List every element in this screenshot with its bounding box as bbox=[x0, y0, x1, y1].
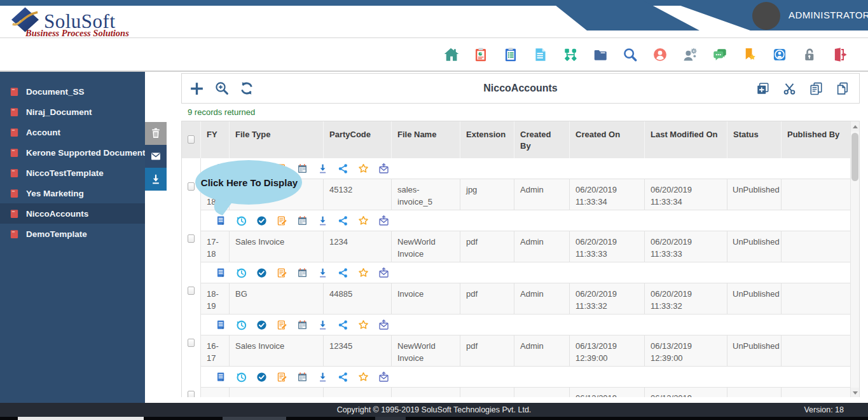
calendar-icon[interactable] bbox=[296, 371, 308, 383]
approve-icon[interactable] bbox=[256, 163, 268, 175]
cell-extension: pdf bbox=[460, 231, 514, 262]
tasks-clipboard-icon[interactable] bbox=[472, 46, 489, 63]
favorite-icon[interactable] bbox=[357, 163, 369, 175]
cell-partycode bbox=[324, 387, 392, 397]
edit-icon[interactable] bbox=[276, 319, 288, 331]
column-divider bbox=[200, 367, 201, 387]
cut-icon[interactable] bbox=[782, 81, 797, 96]
share-icon[interactable] bbox=[337, 163, 349, 175]
sidebar-item-niccoaccounts[interactable]: NiccoAccounts bbox=[0, 203, 145, 224]
mail-button[interactable] bbox=[145, 145, 167, 168]
publish-icon[interactable] bbox=[378, 215, 390, 227]
sidebar-item-demotemplate[interactable]: DemoTemplate bbox=[0, 224, 145, 244]
publish-icon[interactable] bbox=[378, 267, 390, 279]
history-icon[interactable] bbox=[235, 215, 247, 227]
row-actions bbox=[182, 315, 859, 335]
scroll-down-button[interactable] bbox=[851, 388, 859, 397]
row-checkbox[interactable] bbox=[188, 339, 195, 347]
document-icon[interactable] bbox=[215, 215, 227, 227]
history-icon[interactable] bbox=[235, 163, 247, 175]
user-management-icon[interactable] bbox=[682, 46, 698, 63]
publish-icon[interactable] bbox=[378, 319, 390, 331]
search-icon[interactable] bbox=[622, 46, 638, 63]
download-icon[interactable] bbox=[317, 267, 329, 279]
favorite-icon[interactable] bbox=[357, 371, 369, 383]
workflow-icon[interactable] bbox=[562, 46, 579, 63]
share-icon[interactable] bbox=[337, 371, 349, 383]
download-icon[interactable] bbox=[317, 215, 329, 227]
approve-icon[interactable] bbox=[256, 267, 268, 279]
bookmark-icon[interactable] bbox=[741, 46, 758, 63]
edit-icon[interactable] bbox=[276, 267, 288, 279]
sidebar-item-yes-marketing[interactable]: Yes Marketing bbox=[0, 183, 145, 203]
sidebar-item-account[interactable]: Account bbox=[0, 122, 145, 142]
edit-icon[interactable] bbox=[276, 371, 288, 383]
cell-status: UnPublished bbox=[727, 283, 782, 315]
row-checkbox[interactable] bbox=[188, 234, 195, 243]
copy-icon[interactable] bbox=[809, 81, 823, 96]
share-icon[interactable] bbox=[337, 267, 349, 279]
share-icon[interactable] bbox=[337, 319, 349, 331]
sidebar-item-niraj-document[interactable]: Niraj_Document bbox=[0, 102, 145, 122]
approve-icon[interactable] bbox=[256, 371, 268, 383]
scroll-up-button[interactable] bbox=[851, 121, 859, 132]
download-icon[interactable] bbox=[317, 163, 329, 175]
cell-file-name: NewWorld Invoice bbox=[392, 335, 460, 367]
add-copy-icon[interactable] bbox=[755, 81, 770, 96]
download-icon[interactable] bbox=[317, 371, 329, 383]
history-icon[interactable] bbox=[235, 267, 247, 279]
publish-icon[interactable] bbox=[378, 371, 390, 383]
lock-icon[interactable] bbox=[801, 46, 818, 63]
cell-fy: 17-18 bbox=[201, 179, 230, 210]
documents-icon[interactable] bbox=[532, 46, 549, 63]
select-all-checkbox[interactable] bbox=[188, 135, 195, 144]
edit-icon[interactable] bbox=[276, 163, 288, 175]
folder-icon[interactable] bbox=[592, 46, 609, 63]
home-icon[interactable] bbox=[443, 46, 459, 63]
cell-published-by bbox=[782, 179, 851, 210]
sidebar-item-document-ss[interactable]: Document_SS bbox=[0, 81, 145, 102]
scrollbar-thumb[interactable] bbox=[851, 133, 858, 181]
download-button[interactable] bbox=[145, 168, 167, 191]
favorite-icon[interactable] bbox=[357, 215, 369, 227]
vertical-scrollbar[interactable] bbox=[850, 121, 859, 397]
favorite-icon[interactable] bbox=[357, 267, 369, 279]
row-checkbox[interactable] bbox=[188, 391, 195, 397]
chat-icon[interactable] bbox=[712, 46, 728, 63]
calendar-icon[interactable] bbox=[296, 267, 308, 279]
delete-button[interactable] bbox=[145, 122, 167, 145]
calendar-icon[interactable] bbox=[296, 215, 308, 227]
sidebar-item-kerone-supported-document[interactable]: Kerone Supported Document bbox=[0, 142, 145, 163]
publish-icon[interactable] bbox=[378, 163, 390, 175]
share-icon[interactable] bbox=[337, 215, 349, 227]
row-checkbox[interactable] bbox=[188, 182, 195, 191]
document-icon[interactable] bbox=[215, 267, 227, 279]
checklist-clipboard-icon[interactable] bbox=[502, 46, 519, 63]
table-record: 18-19 BG 44885 Invoice pdf Admin 06/20/2… bbox=[182, 262, 859, 315]
cell-fy: 17-18 bbox=[201, 231, 230, 262]
horizontal-scrollbar[interactable] bbox=[0, 417, 868, 420]
row-checkbox[interactable] bbox=[188, 287, 195, 295]
user-profile-icon[interactable] bbox=[652, 46, 668, 63]
approve-icon[interactable] bbox=[256, 215, 268, 227]
history-icon[interactable] bbox=[235, 319, 247, 331]
cell-status: UnPublished bbox=[727, 179, 782, 210]
user-avatar[interactable] bbox=[752, 2, 780, 30]
download-icon[interactable] bbox=[317, 319, 329, 331]
document-icon[interactable] bbox=[215, 371, 227, 383]
document-icon[interactable] bbox=[215, 163, 227, 175]
horizontal-scrollbar-thumb[interactable] bbox=[18, 417, 144, 420]
history-icon[interactable] bbox=[235, 371, 247, 383]
contact-card-icon[interactable] bbox=[771, 46, 788, 63]
logout-icon[interactable] bbox=[831, 46, 848, 63]
column-header-published-by: Published By bbox=[782, 121, 851, 158]
edit-icon[interactable] bbox=[276, 215, 288, 227]
paste-icon[interactable] bbox=[836, 81, 850, 96]
sidebar-item-niccotesttemplate[interactable]: NiccoTestTemplate bbox=[0, 163, 145, 183]
scrollbar-segment bbox=[223, 417, 286, 420]
approve-icon[interactable] bbox=[256, 319, 268, 331]
calendar-icon[interactable] bbox=[296, 319, 308, 331]
document-icon[interactable] bbox=[215, 319, 227, 331]
calendar-icon[interactable] bbox=[296, 163, 308, 175]
favorite-icon[interactable] bbox=[357, 319, 369, 331]
